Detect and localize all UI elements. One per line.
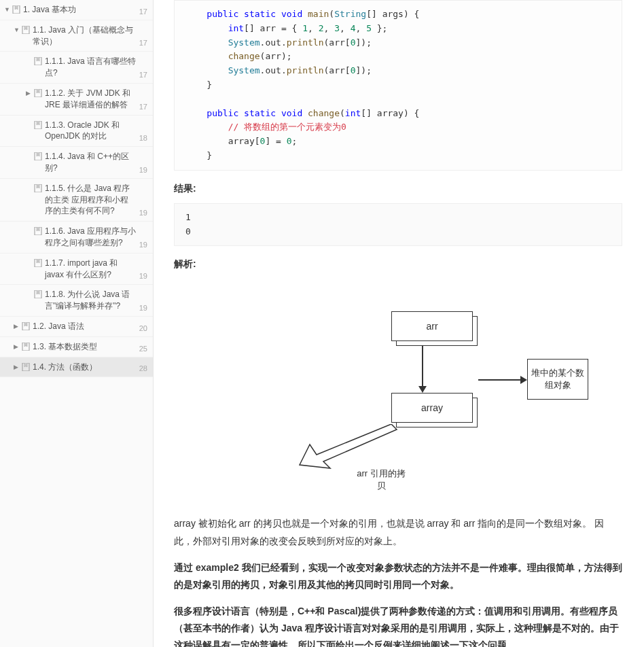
- diagram: arr array 堆中的某个数组对象 arr 引用的拷贝: [208, 291, 588, 495]
- nav-page-number: 28: [139, 364, 147, 372]
- nav-page-number: 19: [139, 209, 147, 217]
- nav-label: 1.1.8. 为什么说 Java 语言"编译与解释并存"?: [45, 289, 137, 312]
- nav-item[interactable]: 1.1.8. 为什么说 Java 语言"编译与解释并存"?19: [0, 285, 153, 317]
- nav-label: 1. Java 基本功: [23, 4, 137, 16]
- diagram-box-array: array: [391, 393, 473, 423]
- nav-item[interactable]: ▼1. Java 基本功17: [0, 0, 153, 20]
- result-title: 结果:: [174, 183, 622, 195]
- nav-page-number: 19: [139, 304, 147, 312]
- chevron-right-icon: ▶: [14, 364, 20, 370]
- diagram-label-copy: arr 引用的拷贝: [354, 468, 408, 492]
- paragraph-1: array 被初始化 arr 的拷贝也就是一个对象的引用，也就是说 array …: [174, 515, 622, 549]
- output-block: 1 0: [174, 203, 622, 247]
- nav-label: 1.1.1. Java 语言有哪些特点?: [45, 56, 137, 79]
- bookmark-icon: [22, 343, 30, 351]
- nav-item[interactable]: ▶1.3. 基本数据类型25: [0, 337, 153, 357]
- nav-page-number: 18: [139, 134, 147, 142]
- main-content: public static void main(String[] args) {…: [154, 0, 643, 647]
- code-block-main: public static void main(String[] args) {…: [174, 0, 622, 171]
- bookmark-icon: [34, 152, 42, 160]
- nav-item[interactable]: 1.1.1. Java 语言有哪些特点?17: [0, 52, 153, 84]
- bookmark-icon: [22, 26, 30, 34]
- nav-item[interactable]: ▶1.2. Java 语法20: [0, 317, 153, 337]
- nav-page-number: 19: [139, 272, 147, 280]
- chevron-right-icon: ▶: [14, 323, 20, 330]
- nav-item[interactable]: 1.1.3. Oracle JDK 和 OpenJDK 的对比18: [0, 116, 153, 147]
- nav-label: 1.1.5. 什么是 Java 程序的主类 应用程序和小程序的主类有何不同?: [45, 183, 137, 217]
- analysis-title: 解析:: [174, 258, 622, 270]
- nav-item[interactable]: 1.1.4. Java 和 C++的区别?19: [0, 147, 153, 179]
- nav-label: 1.1.3. Oracle JDK 和 OpenJDK 的对比: [45, 120, 137, 143]
- chevron-down-icon: ▼: [14, 27, 20, 33]
- bookmark-icon: [34, 227, 42, 235]
- nav-page-number: 17: [139, 103, 147, 111]
- bookmark-icon: [34, 259, 42, 267]
- bookmark-icon: [34, 290, 42, 298]
- bookmark-icon: [34, 89, 42, 97]
- bookmark-icon: [34, 57, 42, 65]
- bookmark-icon: [34, 184, 42, 192]
- nav-label: 1.1. Java 入门（基础概念与常识）: [33, 24, 137, 48]
- bookmark-icon: [12, 5, 20, 14]
- nav-label: 1.3. 基本数据类型: [33, 341, 137, 353]
- nav-item[interactable]: 1.1.7. import java 和 javax 有什么区别?19: [0, 253, 153, 285]
- nav-label: 1.1.2. 关于 JVM JDK 和 JRE 最详细通俗的解答: [45, 88, 137, 111]
- bookmark-icon: [22, 363, 30, 371]
- nav-label: 1.1.7. import java 和 javax 有什么区别?: [45, 258, 137, 281]
- nav-page-number: 17: [139, 71, 147, 79]
- chevron-right-icon: ▶: [14, 343, 20, 350]
- nav-item[interactable]: 1.1.5. 什么是 Java 程序的主类 应用程序和小程序的主类有何不同?19: [0, 179, 153, 222]
- paragraph-3: 很多程序设计语言（特别是，C++和 Pascal)提供了两种参数传递的方式：值调…: [174, 603, 622, 647]
- nav-label: 1.2. Java 语法: [33, 321, 137, 332]
- svg-marker-13: [300, 424, 397, 468]
- nav-label: 1.1.6. Java 应用程序与小程序之间有哪些差别?: [45, 226, 137, 249]
- bookmark-icon: [22, 322, 30, 330]
- nav-label: 1.1.4. Java 和 C++的区别?: [45, 151, 137, 174]
- chevron-right-icon: ▶: [26, 90, 33, 97]
- nav-label: 1.4. 方法（函数）: [33, 362, 137, 373]
- diagram-box-heap: 堆中的某个数组对象: [527, 359, 588, 400]
- nav-page-number: 20: [139, 324, 147, 332]
- diagram-box-arr: arr: [391, 311, 473, 341]
- chevron-down-icon: ▼: [4, 6, 11, 13]
- sidebar: ▼1. Java 基本功17▼1.1. Java 入门（基础概念与常识）171.…: [0, 0, 154, 647]
- hollow-arrow-icon: [296, 424, 398, 472]
- nav-page-number: 17: [139, 39, 147, 47]
- nav-item[interactable]: ▶1.1.2. 关于 JVM JDK 和 JRE 最详细通俗的解答17: [0, 84, 153, 116]
- nav-page-number: 19: [139, 166, 147, 174]
- nav-item[interactable]: 1.1.6. Java 应用程序与小程序之间有哪些差别?19: [0, 222, 153, 253]
- nav-page-number: 25: [139, 345, 147, 353]
- nav-item[interactable]: ▼1.1. Java 入门（基础概念与常识）17: [0, 20, 153, 52]
- nav-page-number: 19: [139, 241, 147, 249]
- paragraph-2: 通过 example2 我们已经看到，实现一个改变对象参数状态的方法并不是一件难…: [174, 559, 622, 593]
- nav-page-number: 17: [139, 7, 147, 16]
- bookmark-icon: [34, 121, 42, 129]
- nav-item[interactable]: ▶1.4. 方法（函数）28: [0, 357, 153, 378]
